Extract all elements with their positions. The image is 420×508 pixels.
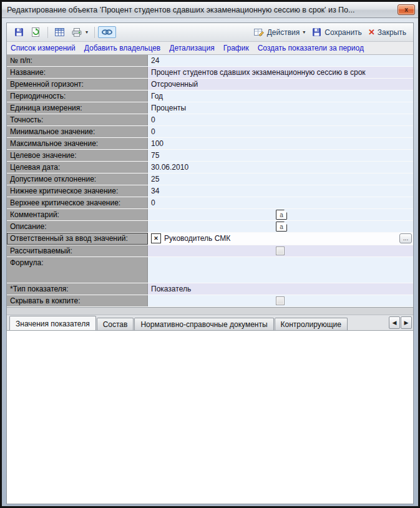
form-row: *Тип показателя:Показатель	[7, 283, 413, 295]
refresh-icon	[31, 27, 41, 37]
field-value[interactable]: a	[148, 221, 413, 232]
tabs: Значения показателяСоставНормативно-спра…	[9, 316, 389, 330]
field-value-text: Отсроченный	[151, 80, 198, 89]
toolbar-separator	[47, 27, 48, 38]
field-value[interactable]: 0	[148, 114, 413, 125]
action-link[interactable]: Добавить владельцев	[84, 44, 160, 52]
field-value[interactable]: 25	[148, 173, 413, 185]
form-row: Целевое значение:75	[7, 150, 413, 162]
field-value-text: 25	[151, 175, 159, 183]
form-row: № п/п:24	[7, 55, 413, 67]
print-button[interactable]: ▾	[68, 26, 91, 39]
field-value[interactable]: Процент студентов сдавших экзаменационну…	[148, 67, 413, 78]
field-value-text: 30.06.2010	[151, 163, 188, 172]
field-label: Максимальное значение:	[7, 138, 148, 149]
field-value[interactable]: 24	[148, 55, 413, 66]
print-dropdown-caret: ▾	[85, 29, 88, 35]
form-row: Рассчитываемый:	[7, 245, 413, 257]
form-row: Временной горизонт:Отсроченный	[7, 79, 413, 90]
dialog-content: ▾ Действия ▾ Сохранить ✕ Закрыть Список …	[6, 22, 414, 504]
field-value[interactable]: Проценты	[148, 102, 413, 114]
grid-header-row	[7, 331, 413, 344]
splitter[interactable]	[7, 307, 413, 315]
field-value[interactable]: Отсроченный	[148, 79, 413, 90]
field-label: Минимальное значение:	[7, 126, 148, 137]
owner-value-text: Руководитель СМК	[164, 234, 230, 243]
field-label: Ответственный за ввод значений:	[7, 233, 148, 245]
form-row: Точность:0	[7, 114, 413, 126]
checkbox[interactable]	[276, 296, 285, 305]
field-value-text: 0	[151, 198, 155, 207]
close-x-icon: ✕	[368, 28, 375, 36]
tab-scroll-left-button[interactable]: ◀	[389, 316, 400, 329]
form-row: Целевая дата:30.06.2010	[7, 162, 413, 173]
field-label: Название:	[7, 67, 148, 78]
field-value-text: Показатель	[151, 285, 191, 293]
field-value[interactable]: Показатель	[148, 283, 413, 295]
form-row: Название:Процент студентов сдавших экзам…	[7, 67, 413, 79]
field-value[interactable]: ✕Руководитель СМК...	[148, 233, 413, 245]
save-icon	[14, 27, 24, 37]
field-value[interactable]	[148, 257, 413, 283]
window-title: Редактирование объекта 'Процент студенто…	[7, 6, 398, 14]
tab-3[interactable]: Нормативно-справочные документы	[134, 318, 273, 330]
print-icon	[71, 27, 82, 37]
field-value-text: Процент студентов сдавших экзаменационну…	[151, 68, 366, 77]
tab-scroll-arrows: ◀ ▶	[388, 316, 412, 329]
field-value[interactable]: Год	[148, 90, 413, 102]
field-value-text: 75	[151, 151, 159, 160]
action-link[interactable]: Список измерений	[11, 44, 76, 52]
browse-owner-button[interactable]: ...	[399, 233, 412, 243]
form-row: Единица измерения:Проценты	[7, 102, 413, 114]
field-label: Верхнее критическое значение:	[7, 197, 148, 208]
action-link[interactable]: Детализация	[169, 44, 214, 52]
actions-button[interactable]: Действия ▾	[250, 26, 309, 39]
titlebar: Редактирование объекта 'Процент студенто…	[2, 2, 418, 18]
field-value-text: 100	[151, 139, 164, 148]
field-value[interactable]: a	[148, 209, 413, 220]
tab-scroll-right-button[interactable]: ▶	[401, 316, 412, 329]
field-label: Единица измерения:	[7, 102, 148, 114]
memo-open-button[interactable]: a	[276, 222, 287, 232]
refresh-button[interactable]	[27, 25, 44, 39]
close-button[interactable]: ✕ Закрыть	[365, 26, 409, 39]
field-value-text: 24	[151, 56, 159, 65]
form-row: Верхнее критическое значение:0	[7, 197, 413, 209]
field-value[interactable]: 100	[148, 138, 413, 149]
action-link[interactable]: График	[223, 44, 249, 52]
field-value[interactable]: 30.06.2010	[148, 162, 413, 173]
table-view-button[interactable]	[51, 26, 68, 39]
tab-2[interactable]: Состав	[97, 318, 134, 330]
memo-open-button[interactable]: a	[276, 210, 287, 220]
action-link[interactable]: Создать показатели за период	[258, 44, 364, 52]
link-toggle-button[interactable]	[98, 26, 116, 38]
checkbox[interactable]	[276, 247, 285, 255]
field-label: Нижнее критическое значение:	[7, 185, 148, 197]
clear-owner-button[interactable]: ✕	[151, 233, 161, 243]
field-value[interactable]	[148, 295, 413, 306]
field-label: Формула:	[7, 257, 148, 283]
save-label: Сохранить	[325, 28, 362, 37]
field-value-text: 0	[151, 115, 155, 124]
window-close-button[interactable]: x	[398, 4, 415, 15]
field-label: Временной горизонт:	[7, 79, 148, 90]
tab-4[interactable]: Контролирующие	[275, 318, 348, 330]
form-row: Максимальное значение:100	[7, 138, 413, 150]
field-value[interactable]	[148, 245, 413, 256]
field-value[interactable]: 0	[148, 126, 413, 137]
field-value[interactable]: 0	[148, 197, 413, 208]
field-label: *Тип показателя:	[7, 283, 148, 295]
grid-empty-area	[7, 344, 413, 504]
toolbar-separator	[94, 27, 95, 38]
tab-strip: Значения показателяСоставНормативно-спра…	[7, 315, 413, 331]
form-row: Нижнее критическое значение:34	[7, 185, 413, 197]
tab-1[interactable]: Значения показателя	[9, 316, 96, 330]
toolbar: ▾ Действия ▾ Сохранить ✕ Закрыть	[7, 23, 413, 42]
field-label: Комментарий:	[7, 209, 148, 220]
field-value[interactable]: 34	[148, 185, 413, 197]
save-button[interactable]: Сохранить	[308, 25, 365, 39]
save-button-small[interactable]	[11, 25, 27, 39]
field-value-text: Год	[151, 92, 163, 100]
field-value[interactable]: 75	[148, 150, 413, 161]
field-label: Допустимое отклонение:	[7, 173, 148, 185]
